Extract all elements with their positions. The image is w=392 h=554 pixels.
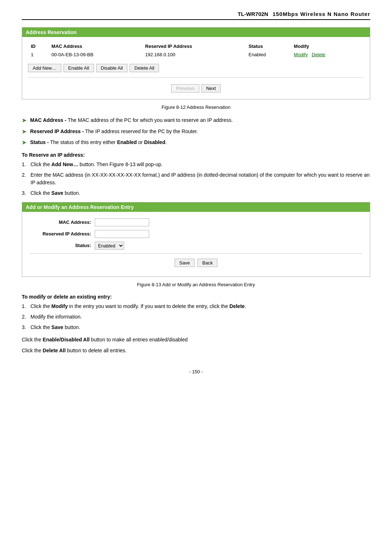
footer-enable-disable: Click the Enable/Disabled All button to … [22, 336, 370, 344]
list-item-status: ➤ Status - The status of this entry eith… [22, 139, 370, 147]
bullet-arrow-3: ➤ [22, 139, 26, 147]
bullet-arrow-1: ➤ [22, 116, 26, 125]
col-status: Status [246, 42, 291, 50]
action-buttons-row: Add New… Enable All Disable All Delete A… [28, 64, 364, 72]
figure12-caption: Figure 8-12 Address Reservation [22, 104, 370, 110]
form-buttons-row: Save Back [29, 259, 363, 270]
mac-desc: MAC Address - The MAC address of the PC … [30, 116, 233, 124]
footer-delete-all: Click the Delete All button to delete al… [22, 346, 370, 354]
status-select[interactable]: Enabled Disabled [95, 242, 124, 250]
modify-step-3: 3. Click the Save button. [22, 324, 370, 331]
model-description: 150Mbps Wireless N Nano Router [273, 11, 370, 17]
cell-id: 1 [28, 50, 49, 59]
panel-title-address-reservation: Address Reservation [22, 28, 370, 37]
enable-all-button[interactable]: Enable All [64, 64, 94, 72]
page-header: TL-WR702N 150Mbps Wireless N Nano Router [22, 11, 370, 20]
reserved-ip-label: Reserved IP Address: [29, 231, 91, 237]
address-reservation-panel: Address Reservation ID MAC Address Reser… [22, 27, 370, 99]
delete-link[interactable]: Delete [312, 52, 326, 57]
modify-step-2: 2. Modify the information. [22, 313, 370, 321]
status-label: Status: [29, 243, 91, 248]
previous-button[interactable]: Previous [171, 84, 199, 93]
delete-all-button[interactable]: Delete All [130, 64, 159, 72]
table-row: 1 00-0A-EB-13-09-BB 192.168.0.100 Enable… [28, 50, 364, 59]
reserved-ip-input[interactable] [95, 230, 149, 238]
back-button[interactable]: Back [197, 259, 217, 267]
list-item-mac: ➤ MAC Address - The MAC address of the P… [22, 116, 370, 125]
col-mac: MAC Address [49, 42, 142, 50]
modify-heading: To modify or delete an existing entry: [22, 294, 370, 300]
page-number: - 150 - [22, 369, 370, 374]
form-divider [29, 253, 363, 254]
address-reservation-table: ID MAC Address Reserved IP Address Statu… [28, 42, 364, 59]
modify-link[interactable]: Modify [294, 52, 308, 57]
panel-title-add-modify: Add or Modify an Address Reservation Ent… [22, 202, 370, 212]
model-name: TL-WR702N [238, 11, 268, 17]
reserved-ip-row: Reserved IP Address: [29, 230, 363, 238]
pagination-row: Previous Next [28, 82, 364, 94]
list-item-reserved-ip: ➤ Reserved IP Address - The IP address r… [22, 128, 370, 136]
mac-address-label: MAC Address: [29, 219, 91, 225]
add-modify-panel: Add or Modify an Address Reservation Ent… [22, 202, 370, 277]
next-button[interactable]: Next [201, 84, 221, 93]
cell-status: Enabled [246, 50, 291, 59]
mac-address-input[interactable] [95, 218, 149, 226]
mac-address-row: MAC Address: [29, 218, 363, 226]
reserved-ip-desc: Reserved IP Address - The IP address res… [30, 128, 198, 135]
status-row: Status: Enabled Disabled [29, 242, 363, 250]
divider [28, 77, 364, 78]
modify-steps-list: 1. Click the Modify in the entry you wan… [22, 303, 370, 331]
cell-modify-delete: Modify Delete [291, 50, 364, 59]
disable-all-button[interactable]: Disable All [96, 64, 128, 72]
reserve-steps-list: 1. Click the Add New… button. Then Figur… [22, 161, 370, 197]
feature-list: ➤ MAC Address - The MAC address of the P… [22, 116, 370, 147]
modify-step-1: 1. Click the Modify in the entry you wan… [22, 303, 370, 310]
cell-ip: 192.168.0.100 [142, 50, 246, 59]
add-new-button[interactable]: Add New… [28, 64, 61, 72]
reserve-step-2: 2. Enter the MAC address (in XX-XX-XX-XX… [22, 171, 370, 186]
col-modify: Modify [291, 42, 364, 50]
reserve-heading: To Reserve an IP address: [22, 152, 370, 158]
bullet-arrow-2: ➤ [22, 128, 26, 136]
col-id: ID [28, 42, 49, 50]
reserve-step-3: 3. Click the Save button. [22, 189, 370, 197]
status-desc: Status - The status of this entry either… [30, 139, 167, 146]
reserve-step-1: 1. Click the Add New… button. Then Figur… [22, 161, 370, 168]
figure13-caption: Figure 8-13 Add or Modify an Address Res… [22, 282, 370, 287]
col-reserved-ip: Reserved IP Address [142, 42, 246, 50]
save-button[interactable]: Save [175, 259, 195, 267]
cell-mac: 00-0A-EB-13-09-BB [49, 50, 142, 59]
